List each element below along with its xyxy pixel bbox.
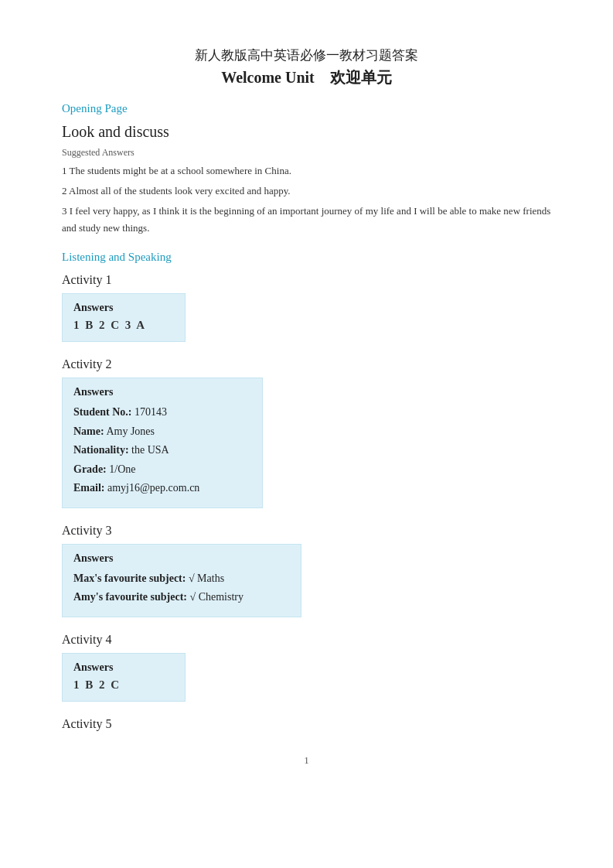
answer-line-3: 3 I feel very happy, as I think it is th… xyxy=(62,203,551,237)
look-discuss-heading: Look and discuss xyxy=(62,123,551,141)
student-no-value: 170143 xyxy=(135,406,167,418)
activity1-answer-box: Answers 1 B 2 C 3 A xyxy=(62,293,186,342)
nationality-value: the USA xyxy=(131,444,169,456)
activity2-label: Activity 2 xyxy=(62,357,551,371)
grade-label: Grade: xyxy=(73,463,107,475)
suggested-answers-label: Suggested Answers xyxy=(62,147,551,159)
opening-page-heading: Opening Page xyxy=(62,102,551,115)
answer-line-1: 1 The students might be at a school some… xyxy=(62,162,551,179)
page-title-cn: 新人教版高中英语必修一教材习题答案 xyxy=(62,46,551,64)
activity4-answers-row: 1 B 2 C xyxy=(73,678,174,692)
activity4-answer-box: Answers 1 B 2 C xyxy=(62,653,186,702)
activity1-box-title: Answers xyxy=(73,302,174,314)
email-label: Email: xyxy=(73,482,104,494)
activity4-box-title: Answers xyxy=(73,661,174,674)
activity4-label: Activity 4 xyxy=(62,633,551,647)
grade-value: 1/One xyxy=(109,463,135,475)
activity3-box-content: Max's favourite subject: √ Maths Amy's f… xyxy=(73,569,290,607)
activity2-box-content: Student No.: 170143 Name: Amy Jones Nati… xyxy=(73,403,251,498)
activity1-label: Activity 1 xyxy=(62,273,551,287)
activity5-label: Activity 5 xyxy=(62,717,551,731)
activity2-answer-box: Answers Student No.: 170143 Name: Amy Jo… xyxy=(62,378,263,508)
activity1-answers-row: 1 B 2 C 3 A xyxy=(73,319,174,332)
amy-label: Amy's favourite subject: xyxy=(73,591,187,603)
max-label: Max's favourite subject: xyxy=(73,572,186,584)
name-label: Name: xyxy=(73,425,104,437)
activity2-box-title: Answers xyxy=(73,386,251,398)
nationality-label: Nationality: xyxy=(73,444,129,456)
page-number: 1 xyxy=(62,754,551,767)
amy-value: √ Chemistry xyxy=(189,591,243,603)
email-value: amyj16@pep.com.cn xyxy=(107,482,199,494)
page-title-en: Welcome Unit 欢迎单元 xyxy=(62,67,551,88)
max-value: √ Maths xyxy=(189,572,224,584)
listening-speaking-heading: Listening and Speaking xyxy=(62,251,551,264)
activity3-label: Activity 3 xyxy=(62,524,551,538)
student-no-label: Student No.: xyxy=(73,406,131,418)
answer-line-2: 2 Almost all of the students look very e… xyxy=(62,183,551,200)
name-value: Amy Jones xyxy=(106,425,155,437)
activity3-answer-box: Answers Max's favourite subject: √ Maths… xyxy=(62,544,301,617)
activity3-box-title: Answers xyxy=(73,552,290,565)
